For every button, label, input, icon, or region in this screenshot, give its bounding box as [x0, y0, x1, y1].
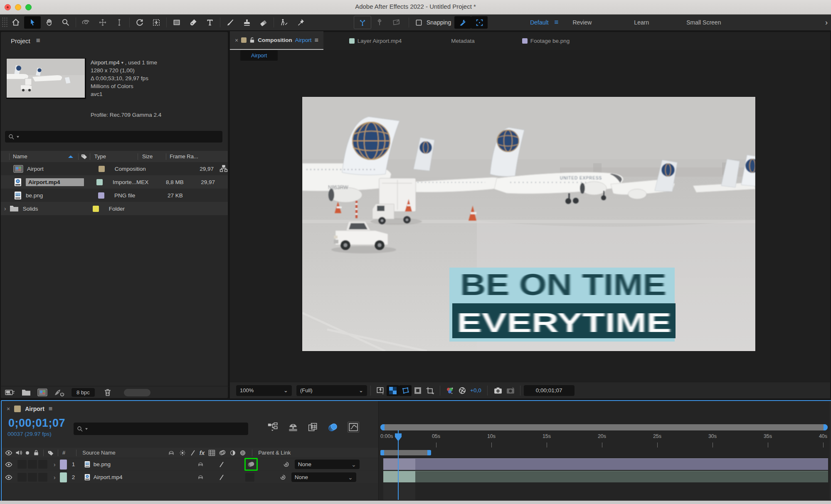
- local-axis-mode[interactable]: [371, 16, 388, 29]
- exposure-reset-icon[interactable]: [456, 385, 469, 396]
- item-name[interactable]: be.png: [26, 192, 84, 199]
- tab-metadata[interactable]: Metadata: [446, 32, 479, 50]
- quality-switch[interactable]: [219, 461, 224, 468]
- label-swatch[interactable]: [99, 166, 105, 172]
- panel-scroll-thumb[interactable]: [124, 389, 150, 396]
- view-axis-mode[interactable]: [388, 16, 404, 29]
- composition-mini-flowchart-button[interactable]: [268, 422, 279, 432]
- column-frame-rate[interactable]: Frame Ra...: [170, 153, 198, 160]
- viewer-timecode[interactable]: 0;00;01;07: [524, 385, 575, 396]
- solo-toggle-cell[interactable]: [28, 473, 37, 482]
- composition-breadcrumb[interactable]: Airport: [240, 52, 278, 59]
- audio-column-icon[interactable]: [15, 450, 22, 456]
- timeline-panel-menu-icon[interactable]: ≡: [49, 405, 52, 413]
- layer-expand-chevron[interactable]: ›: [54, 461, 56, 468]
- label-swatch[interactable]: [96, 179, 103, 185]
- column-parent-link[interactable]: Parent & Link: [258, 450, 291, 456]
- transparency-grid-button[interactable]: [387, 385, 399, 396]
- eye-toggle[interactable]: [5, 474, 12, 480]
- eye-toggle[interactable]: [5, 462, 12, 467]
- hand-tool[interactable]: [41, 16, 57, 29]
- motion-blur-switch-cell[interactable]: [245, 473, 254, 482]
- column-number[interactable]: #: [62, 450, 65, 456]
- workspace-small-screen[interactable]: Small Screen: [681, 19, 727, 26]
- lock-toggle-cell[interactable]: [38, 460, 47, 469]
- shy-column-icon[interactable]: [168, 450, 175, 456]
- layer-row-airport-mp4[interactable]: › 2 Airport.mp4 None ⌄: [2, 471, 378, 483]
- snapping-checkbox[interactable]: [413, 16, 424, 29]
- time-navigator-bar[interactable]: [380, 424, 828, 430]
- motion-blur-switch-annotated[interactable]: [244, 458, 258, 471]
- zoom-tool[interactable]: [57, 16, 74, 29]
- channel-settings-button[interactable]: [444, 385, 456, 396]
- orbit-camera-tool[interactable]: [78, 16, 94, 29]
- window-bottom-scrollbar[interactable]: [0, 501, 831, 504]
- item-name[interactable]: Airport: [27, 166, 84, 172]
- footage-name-dropdown-arrow[interactable]: ▾: [121, 59, 123, 66]
- footage-thumbnail[interactable]: [6, 58, 86, 99]
- motion-blur-column-icon[interactable]: [219, 449, 226, 456]
- rectangle-tool[interactable]: [168, 16, 185, 29]
- toolbar-overflow-chevron[interactable]: ›: [825, 18, 828, 27]
- tab-footage[interactable]: Footage be.png: [517, 32, 575, 50]
- parent-dropdown[interactable]: None ⌄: [291, 472, 356, 482]
- interpret-footage-icon[interactable]: [5, 389, 15, 396]
- pen-tool[interactable]: [185, 16, 202, 29]
- current-timecode[interactable]: 0;00;01;07: [8, 417, 65, 430]
- layer-bar-be-png[interactable]: [383, 458, 828, 470]
- sort-ascending-icon[interactable]: [67, 155, 74, 159]
- render-engine-icon[interactable]: [54, 388, 65, 396]
- time-navigator-start-handle[interactable]: [380, 424, 385, 430]
- solo-toggle-cell[interactable]: [28, 460, 37, 469]
- collapse-column-icon[interactable]: [179, 450, 186, 456]
- quality-column-icon[interactable]: [190, 450, 196, 456]
- time-navigator-end-handle[interactable]: [824, 424, 828, 430]
- label-swatch[interactable]: [93, 206, 99, 212]
- tab-layer[interactable]: Layer Airport.mp4: [344, 32, 407, 50]
- lock-toggle-cell[interactable]: [38, 473, 47, 482]
- draft-3d-button[interactable]: [288, 422, 298, 432]
- type-tool[interactable]: [202, 16, 218, 29]
- snap-to-features-button[interactable]: [471, 16, 488, 29]
- parent-pickwhip-icon[interactable]: [283, 461, 290, 468]
- tab-close-icon[interactable]: ×: [7, 406, 10, 412]
- solo-column-icon[interactable]: [25, 450, 30, 455]
- project-row-solids[interactable]: › Solids Folder: [1, 202, 228, 215]
- tab-close-icon[interactable]: ×: [235, 37, 238, 44]
- parent-dropdown[interactable]: None ⌄: [295, 460, 360, 469]
- new-composition-icon[interactable]: [37, 388, 47, 396]
- label-swatch[interactable]: [98, 192, 104, 199]
- toolbar-grip[interactable]: [2, 17, 7, 28]
- viewer-panel-menu-icon[interactable]: ≡: [314, 37, 318, 44]
- workspace-menu-icon[interactable]: ≡: [555, 18, 559, 27]
- home-button[interactable]: [7, 16, 24, 29]
- item-name[interactable]: Solids: [23, 206, 81, 212]
- column-size[interactable]: Size: [142, 153, 153, 160]
- column-source-name[interactable]: Source Name: [82, 450, 115, 456]
- parent-pickwhip-icon[interactable]: [279, 474, 286, 481]
- mask-visibility-button[interactable]: [399, 385, 412, 396]
- bit-depth-button[interactable]: 8 bpc: [72, 388, 95, 397]
- brush-tool[interactable]: [222, 16, 239, 29]
- work-area-end-handle[interactable]: [427, 450, 431, 455]
- column-type[interactable]: Type: [94, 153, 106, 160]
- timeline-search-input[interactable]: [74, 423, 248, 435]
- layer-source-name[interactable]: Airport.mp4: [94, 474, 156, 480]
- work-area-bar[interactable]: [380, 450, 431, 455]
- project-row-airport-mp4[interactable]: Airport.mp4 Importe...MEX 8,8 MB 29,97: [1, 175, 228, 189]
- workspace-default[interactable]: Default: [524, 19, 554, 26]
- footage-info-name[interactable]: Airport.mp4: [91, 59, 120, 66]
- guides-grid-options-button[interactable]: [424, 385, 436, 396]
- trash-icon[interactable]: [104, 388, 111, 396]
- snap-along-edges-button[interactable]: [454, 16, 471, 29]
- layer-row-be-png[interactable]: › 1 be.png None ⌄: [2, 458, 378, 470]
- audio-toggle-cell[interactable]: [17, 460, 27, 469]
- universal-axis-mode[interactable]: [354, 16, 371, 29]
- quality-switch[interactable]: [219, 474, 224, 481]
- project-panel-menu-icon[interactable]: ≡: [36, 37, 40, 45]
- item-name-selected[interactable]: Airport.mp4: [26, 178, 84, 186]
- frame-blending-button[interactable]: [308, 422, 318, 432]
- magnification-dropdown[interactable]: 100%⌄: [236, 385, 292, 396]
- flowchart-icon[interactable]: [219, 165, 228, 173]
- shy-switch[interactable]: [197, 461, 204, 467]
